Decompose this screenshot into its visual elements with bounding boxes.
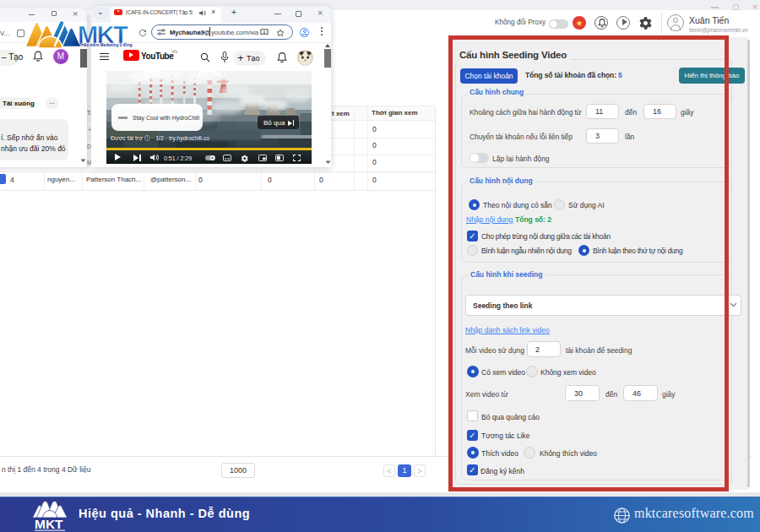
svg-text:Phần mềm Marketing 0 đồng: Phần mềm Marketing 0 đồng xyxy=(79,43,133,47)
svg-text:MKT: MKT xyxy=(35,517,63,531)
